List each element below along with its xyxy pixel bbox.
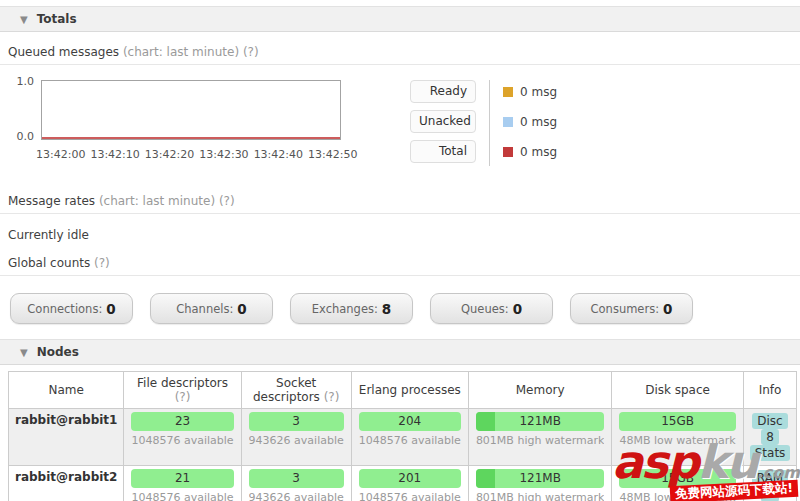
collapse-triangle-icon: ▼	[20, 347, 28, 358]
erlang-cell: 201 1048576 available	[351, 466, 468, 501]
x-tick: 13:42:00	[36, 148, 85, 161]
disk-bar: 15GB	[619, 469, 735, 488]
exchanges-button[interactable]: Exchanges:8	[290, 293, 413, 324]
version-badge: 8	[761, 486, 779, 501]
legend-label-ready: Ready	[410, 80, 476, 103]
unacked-color-swatch	[503, 117, 513, 127]
node-row-rabbit1: rabbit@rabbit1 23 1048576 available 3 94…	[9, 409, 797, 466]
nodes-table-header-row: Name File descriptors (?) Socket descrip…	[9, 372, 797, 409]
sd-bar: 3	[249, 412, 344, 431]
legend-labels: Ready Unacked Total	[410, 78, 476, 170]
fd-bar: 21	[131, 469, 233, 488]
nodes-table-wrap: Name File descriptors (?) Socket descrip…	[8, 371, 800, 501]
legend-value-ready: 0 msg	[503, 80, 557, 103]
totals-section-header[interactable]: ▼Totals	[0, 6, 800, 32]
info-cell: Disc8Stats	[743, 409, 797, 466]
fd-available: 1048576 available	[131, 491, 233, 501]
node-type-badge: RAM	[752, 470, 788, 486]
queues-label: Queues:	[461, 302, 509, 316]
erlang-bar: 201	[359, 469, 461, 488]
chart-mode-link[interactable]: (chart: last minute)	[123, 45, 239, 59]
nodes-section-title: Nodes	[37, 345, 79, 359]
memory-bar: 121MB	[476, 469, 605, 488]
unacked-count: 0 msg	[520, 115, 557, 129]
memory-bar: 121MB	[476, 412, 605, 431]
node-row-rabbit2: rabbit@rabbit2 21 1048576 available 3 94…	[9, 466, 797, 501]
erlang-bar: 204	[359, 412, 461, 431]
legend-divider	[489, 80, 490, 166]
fd-available: 1048576 available	[131, 434, 233, 447]
y-axis-min-label: 0.0	[8, 130, 34, 143]
node-name-link[interactable]: rabbit@rabbit1	[9, 409, 124, 466]
queued-messages-chart-block: 1.0 0.0 13:42:00 13:42:10 13:42:20 13:42…	[8, 78, 800, 170]
chart-mode-link[interactable]: (chart: last minute)	[99, 194, 215, 208]
consumers-button[interactable]: Consumers:0	[570, 293, 693, 324]
sd-cell: 3 943626 available	[241, 466, 351, 501]
help-icon[interactable]: (?)	[324, 390, 340, 404]
nodes-section-header[interactable]: ▼Nodes	[0, 339, 800, 365]
legend-value-unacked: 0 msg	[503, 110, 557, 133]
version-badge: 8	[761, 429, 779, 445]
x-tick: 13:42:40	[254, 148, 303, 161]
queues-count: 0	[513, 301, 522, 317]
totals-section-title: Totals	[37, 12, 77, 26]
exchanges-label: Exchanges:	[312, 302, 378, 316]
legend-value-total: 0 msg	[503, 140, 557, 163]
queued-messages-header: Queued messages (chart: last minute) (?)	[0, 45, 800, 65]
ready-color-swatch	[503, 87, 513, 97]
consumers-count: 0	[663, 301, 672, 317]
info-cell: RAM8	[743, 466, 797, 501]
col-disk-space: Disk space	[612, 372, 743, 409]
channels-count: 0	[237, 301, 246, 317]
fd-cell: 23 1048576 available	[124, 409, 241, 466]
nodes-table: Name File descriptors (?) Socket descrip…	[8, 371, 797, 501]
help-icon[interactable]: (?)	[243, 45, 259, 59]
global-counts-header: Global counts (?)	[0, 256, 800, 276]
legend-label-total: Total	[410, 140, 476, 163]
connections-label: Connections:	[27, 302, 102, 316]
col-memory: Memory	[468, 372, 612, 409]
disk-bar: 15GB	[619, 412, 735, 431]
collapse-triangle-icon: ▼	[20, 14, 28, 25]
help-icon[interactable]: (?)	[175, 390, 191, 404]
node-type-badge: Disc	[752, 413, 787, 429]
help-icon[interactable]: (?)	[94, 256, 110, 270]
x-tick: 13:42:50	[308, 148, 357, 161]
disk-cell: 15GB 48MB low watermark	[612, 409, 743, 466]
x-axis-ticks: 13:42:00 13:42:10 13:42:20 13:42:30 13:4…	[36, 148, 357, 161]
col-name: Name	[9, 372, 124, 409]
y-axis-max-label: 1.0	[8, 75, 34, 88]
chart-plot-area	[41, 80, 341, 140]
channels-label: Channels:	[176, 302, 233, 316]
total-color-swatch	[503, 147, 513, 157]
channels-button[interactable]: Channels:0	[150, 293, 273, 324]
connections-count: 0	[106, 301, 115, 317]
global-counts-title: Global counts	[8, 256, 90, 270]
col-socket-descriptors: Socket descriptors (?)	[241, 372, 351, 409]
sd-available: 943626 available	[249, 434, 344, 447]
x-tick: 13:42:10	[90, 148, 139, 161]
message-rates-header: Message rates (chart: last minute) (?)	[0, 194, 800, 214]
help-icon[interactable]: (?)	[219, 194, 235, 208]
sd-available: 943626 available	[249, 491, 344, 501]
x-tick: 13:42:20	[145, 148, 194, 161]
col-info: Info	[743, 372, 797, 409]
col-file-descriptors: File descriptors (?)	[124, 372, 241, 409]
connections-button[interactable]: Connections:0	[10, 293, 133, 324]
queued-messages-title: Queued messages	[8, 45, 119, 59]
message-rates-title: Message rates	[8, 194, 95, 208]
node-name-link[interactable]: rabbit@rabbit2	[9, 466, 124, 501]
total-count: 0 msg	[520, 145, 557, 159]
legend-label-unacked: Unacked	[410, 110, 476, 133]
fd-cell: 21 1048576 available	[124, 466, 241, 501]
memory-used-fill	[476, 469, 495, 488]
queues-button[interactable]: Queues:0	[430, 293, 553, 324]
fd-bar: 23	[131, 412, 233, 431]
memory-cell: 121MB 801MB high watermark	[468, 409, 612, 466]
disk-cell: 15GB 48MB low watermark	[612, 466, 743, 501]
queued-messages-chart: 1.0 0.0 13:42:00 13:42:10 13:42:20 13:42…	[8, 78, 370, 170]
consumers-label: Consumers:	[591, 302, 660, 316]
erlang-cell: 204 1048576 available	[351, 409, 468, 466]
stats-badge: Stats	[750, 445, 791, 461]
memory-watermark: 801MB high watermark	[476, 491, 605, 501]
